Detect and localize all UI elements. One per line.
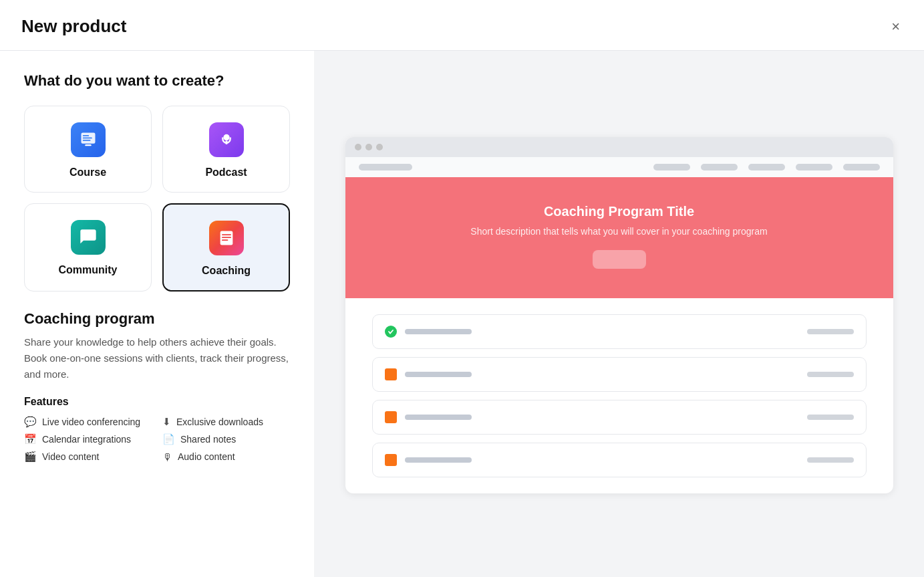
calendar-icon-4 bbox=[385, 454, 397, 466]
session-left-4 bbox=[385, 454, 472, 466]
svg-rect-2 bbox=[82, 138, 92, 139]
downloads-icon: ⬇ bbox=[162, 416, 171, 428]
podcast-label: Podcast bbox=[205, 166, 247, 179]
nav-pill-6 bbox=[843, 164, 880, 170]
svg-rect-3 bbox=[82, 140, 90, 141]
preview-hero-desc: Short description that tells what you wi… bbox=[386, 226, 853, 237]
browser-bar bbox=[345, 137, 893, 157]
features-title: Features bbox=[24, 396, 290, 408]
session-row-4 bbox=[372, 443, 867, 477]
session-bar-1 bbox=[405, 329, 472, 334]
podcast-icon bbox=[217, 130, 236, 149]
community-label: Community bbox=[59, 264, 118, 276]
svg-rect-9 bbox=[222, 237, 231, 238]
calendar-icon: 📅 bbox=[24, 433, 37, 445]
feature-downloads: ⬇ Exclusive downloads bbox=[162, 416, 290, 428]
feature-live-video: 💬 Live video conferencing bbox=[24, 416, 152, 428]
preview-hero: Coaching Program Title Short description… bbox=[345, 177, 893, 298]
nav-pill-3 bbox=[701, 164, 738, 170]
features-section: Features 💬 Live video conferencing ⬇ Exc… bbox=[24, 396, 290, 463]
feature-notes: 📄 Shared notes bbox=[162, 433, 290, 445]
svg-rect-8 bbox=[222, 234, 231, 235]
feature-calendar: 📅 Calendar integrations bbox=[24, 433, 152, 445]
left-panel: What do you want to create? Course bbox=[0, 51, 314, 577]
podcast-icon-box bbox=[209, 122, 244, 157]
svg-point-5 bbox=[223, 134, 229, 140]
browser-nav bbox=[345, 157, 893, 177]
checkmark-icon bbox=[388, 328, 394, 335]
feature-audio: 🎙 Audio content bbox=[162, 451, 290, 463]
course-icon bbox=[79, 130, 98, 149]
session-bar-right-2 bbox=[807, 372, 854, 377]
preview-hero-title: Coaching Program Title bbox=[386, 204, 853, 219]
svg-rect-1 bbox=[82, 135, 88, 136]
svg-rect-4 bbox=[85, 144, 91, 146]
product-card-community[interactable]: Community bbox=[24, 203, 152, 292]
session-bar-right-1 bbox=[807, 329, 854, 334]
preview-sessions bbox=[345, 298, 893, 493]
session-bar-2 bbox=[405, 372, 472, 377]
session-bar-right-3 bbox=[807, 415, 854, 420]
browser-dot-2 bbox=[365, 144, 372, 150]
session-left-3 bbox=[385, 411, 472, 423]
feature-calendar-label: Calendar integrations bbox=[42, 434, 131, 445]
preview-hero-button bbox=[593, 250, 646, 269]
coaching-icon bbox=[217, 229, 236, 247]
description-title: Coaching program bbox=[24, 310, 290, 328]
nav-pill-1 bbox=[359, 164, 412, 170]
browser-dot-3 bbox=[376, 144, 383, 150]
feature-video: 🎬 Video content bbox=[24, 451, 152, 463]
section-title: What do you want to create? bbox=[24, 72, 290, 90]
nav-pill-4 bbox=[748, 164, 785, 170]
browser-preview: Coaching Program Title Short description… bbox=[345, 137, 893, 493]
audio-icon: 🎙 bbox=[162, 451, 172, 463]
modal-header: New product × bbox=[0, 0, 924, 51]
product-card-course[interactable]: Course bbox=[24, 106, 152, 193]
feature-audio-label: Audio content bbox=[178, 451, 235, 462]
coaching-icon-box bbox=[209, 221, 244, 255]
session-bar-3 bbox=[405, 415, 472, 420]
feature-video-label: Video content bbox=[42, 451, 99, 462]
feature-live-video-label: Live video conferencing bbox=[42, 417, 140, 427]
product-card-podcast[interactable]: Podcast bbox=[162, 106, 290, 193]
session-left-1 bbox=[385, 326, 472, 338]
session-row-3 bbox=[372, 400, 867, 435]
description-section: Coaching program Share your knowledge to… bbox=[24, 310, 290, 382]
nav-pill-5 bbox=[796, 164, 832, 170]
right-panel: Coaching Program Title Short description… bbox=[314, 51, 924, 577]
features-grid: 💬 Live video conferencing ⬇ Exclusive do… bbox=[24, 416, 290, 463]
course-label: Course bbox=[69, 166, 106, 179]
notes-icon: 📄 bbox=[162, 433, 175, 445]
close-button[interactable]: × bbox=[889, 17, 903, 37]
community-icon bbox=[79, 228, 98, 247]
session-bar-4 bbox=[405, 457, 472, 463]
community-icon-box bbox=[71, 220, 106, 255]
modal-title: New product bbox=[21, 16, 126, 37]
session-row-1 bbox=[372, 314, 867, 349]
session-bar-right-4 bbox=[807, 457, 854, 463]
description-text: Share your knowledge to help others achi… bbox=[24, 334, 290, 382]
svg-rect-10 bbox=[222, 239, 228, 241]
video-icon: 🎬 bbox=[24, 451, 37, 463]
session-left-2 bbox=[385, 368, 472, 380]
coaching-label: Coaching bbox=[202, 265, 251, 277]
course-icon-box bbox=[71, 122, 106, 157]
feature-notes-label: Shared notes bbox=[180, 434, 236, 445]
feature-downloads-label: Exclusive downloads bbox=[176, 417, 263, 427]
browser-dot-1 bbox=[355, 144, 361, 150]
calendar-icon-3 bbox=[385, 411, 397, 423]
session-row-2 bbox=[372, 357, 867, 392]
modal-body: What do you want to create? Course bbox=[0, 51, 924, 577]
product-card-coaching[interactable]: Coaching bbox=[162, 203, 290, 292]
product-grid: Course Podcast bbox=[24, 106, 290, 292]
live-video-icon: 💬 bbox=[24, 416, 37, 428]
nav-pill-2 bbox=[653, 164, 690, 170]
calendar-icon-2 bbox=[385, 368, 397, 380]
check-icon bbox=[385, 326, 397, 338]
